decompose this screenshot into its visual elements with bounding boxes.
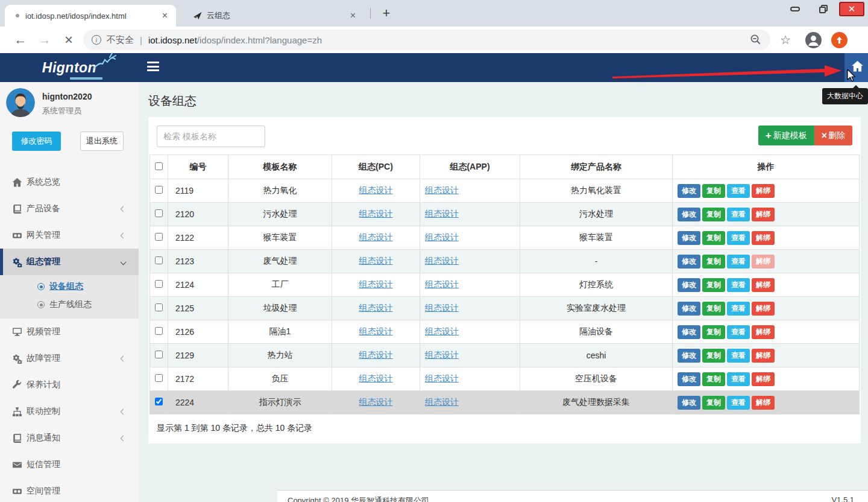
close-button[interactable]: ✕ bbox=[839, 2, 864, 16]
pc-design-link[interactable]: 组态设计 bbox=[359, 256, 393, 265]
browser-profile-avatar[interactable] bbox=[805, 32, 822, 48]
sidebar-item-1[interactable]: 产品设备 bbox=[0, 195, 139, 222]
action-unbind-button[interactable]: 解绑 bbox=[752, 372, 775, 386]
new-tab-button[interactable]: + bbox=[377, 4, 395, 22]
row-checkbox[interactable] bbox=[155, 280, 163, 288]
action-copy-button[interactable]: 复制 bbox=[702, 278, 725, 292]
action-edit-button[interactable]: 修改 bbox=[678, 231, 700, 245]
action-edit-button[interactable]: 修改 bbox=[678, 278, 700, 292]
pc-design-link[interactable]: 组态设计 bbox=[359, 397, 393, 407]
app-design-link[interactable]: 组态设计 bbox=[425, 209, 459, 218]
sidebar-item-10[interactable]: 空间管理 bbox=[0, 478, 139, 502]
sidebar-item-5[interactable]: 故障管理 bbox=[0, 345, 139, 372]
action-copy-button[interactable]: 复制 bbox=[702, 255, 725, 268]
pc-design-link[interactable]: 组态设计 bbox=[359, 185, 393, 195]
pc-design-link[interactable]: 组态设计 bbox=[359, 326, 393, 336]
action-view-button[interactable]: 查看 bbox=[727, 255, 750, 268]
app-design-link[interactable]: 组态设计 bbox=[425, 279, 459, 289]
app-design-link[interactable]: 组态设计 bbox=[425, 303, 459, 313]
app-design-link[interactable]: 组态设计 bbox=[425, 232, 459, 242]
stop-icon[interactable]: × bbox=[57, 31, 81, 48]
action-view-button[interactable]: 查看 bbox=[727, 372, 750, 386]
action-view-button[interactable]: 查看 bbox=[727, 325, 750, 339]
action-copy-button[interactable]: 复制 bbox=[702, 208, 725, 221]
info-icon[interactable]: i bbox=[92, 35, 101, 45]
back-icon[interactable]: ← bbox=[8, 33, 33, 47]
action-view-button[interactable]: 查看 bbox=[727, 184, 750, 198]
action-unbind-button[interactable]: 解绑 bbox=[752, 349, 775, 363]
action-copy-button[interactable]: 复制 bbox=[702, 349, 725, 363]
pc-design-link[interactable]: 组态设计 bbox=[359, 232, 393, 242]
extension-orange-icon[interactable] bbox=[831, 32, 848, 48]
action-unbind-button[interactable]: 解绑 bbox=[752, 396, 775, 410]
delete-button[interactable]: ×删除 bbox=[814, 126, 852, 145]
row-checkbox[interactable] bbox=[155, 186, 163, 194]
action-view-button[interactable]: 查看 bbox=[727, 208, 750, 221]
action-unbind-button[interactable]: 解绑 bbox=[752, 278, 775, 292]
action-unbind-button[interactable]: 解绑 bbox=[752, 184, 775, 198]
action-unbind-button[interactable]: 解绑 bbox=[752, 325, 775, 339]
row-checkbox[interactable] bbox=[155, 351, 163, 358]
browser-tab-active[interactable]: iot.idosp.net/idosp/index.html × bbox=[5, 5, 176, 27]
row-checkbox[interactable] bbox=[155, 256, 163, 264]
app-design-link[interactable]: 组态设计 bbox=[425, 373, 459, 383]
sidebar-subitem[interactable]: 设备组态 bbox=[0, 278, 139, 296]
action-edit-button[interactable]: 修改 bbox=[678, 325, 700, 339]
action-view-button[interactable]: 查看 bbox=[727, 349, 750, 363]
action-view-button[interactable]: 查看 bbox=[727, 396, 750, 410]
sidebar-item-9[interactable]: 短信管理 bbox=[0, 451, 139, 478]
action-edit-button[interactable]: 修改 bbox=[678, 302, 700, 316]
action-view-button[interactable]: 查看 bbox=[727, 231, 750, 245]
sidebar-item-2[interactable]: 网关管理 bbox=[0, 222, 139, 249]
tab-close-icon[interactable]: × bbox=[348, 10, 358, 21]
pc-design-link[interactable]: 组态设计 bbox=[359, 303, 393, 313]
tab-close-icon[interactable]: × bbox=[160, 10, 170, 21]
action-copy-button[interactable]: 复制 bbox=[702, 302, 725, 316]
action-unbind-button[interactable]: 解绑 bbox=[752, 208, 775, 221]
browser-tab-cloud[interactable]: 云组态 × bbox=[188, 5, 363, 27]
big-data-center-home-button[interactable] bbox=[844, 53, 868, 82]
action-copy-button[interactable]: 复制 bbox=[702, 372, 725, 386]
search-input[interactable] bbox=[157, 126, 265, 147]
zoom-out-icon[interactable] bbox=[750, 34, 762, 46]
logout-button[interactable]: 退出系统 bbox=[80, 132, 124, 151]
sidebar-item-4[interactable]: 视频管理 bbox=[0, 319, 139, 345]
sidebar-item-6[interactable]: 保养计划 bbox=[0, 372, 139, 398]
new-template-button[interactable]: +新建模板 bbox=[758, 126, 814, 145]
restore-button[interactable] bbox=[811, 2, 834, 16]
pc-design-link[interactable]: 组态设计 bbox=[359, 373, 393, 383]
sidebar-item-8[interactable]: 消息通知 bbox=[0, 425, 139, 451]
row-checkbox[interactable] bbox=[155, 327, 163, 335]
app-design-link[interactable]: 组态设计 bbox=[425, 397, 459, 407]
address-bar[interactable]: i 不安全 | iot.idosp.net /idosp/index.html?… bbox=[83, 30, 770, 50]
hamburger-icon[interactable] bbox=[147, 62, 159, 74]
action-edit-button[interactable]: 修改 bbox=[678, 372, 700, 386]
pc-design-link[interactable]: 组态设计 bbox=[359, 209, 393, 218]
action-copy-button[interactable]: 复制 bbox=[702, 184, 725, 198]
action-copy-button[interactable]: 复制 bbox=[702, 231, 725, 245]
action-unbind-button[interactable]: 解绑 bbox=[752, 231, 775, 245]
action-unbind-button[interactable]: 解绑 bbox=[752, 302, 775, 316]
action-edit-button[interactable]: 修改 bbox=[678, 255, 700, 268]
app-design-link[interactable]: 组态设计 bbox=[425, 185, 459, 195]
action-edit-button[interactable]: 修改 bbox=[678, 396, 700, 410]
action-edit-button[interactable]: 修改 bbox=[678, 349, 700, 363]
sidebar-item-3[interactable]: 组态管理 bbox=[0, 249, 139, 275]
action-unbind-button[interactable]: 解绑 bbox=[752, 255, 775, 268]
row-checkbox[interactable] bbox=[155, 303, 163, 311]
action-view-button[interactable]: 查看 bbox=[727, 302, 750, 316]
app-design-link[interactable]: 组态设计 bbox=[425, 326, 459, 336]
sidebar-subitem[interactable]: 生产线组态 bbox=[0, 296, 139, 314]
minimize-button[interactable] bbox=[784, 2, 807, 16]
select-all-checkbox[interactable] bbox=[155, 162, 163, 170]
sidebar-item-0[interactable]: 系统总览 bbox=[0, 169, 139, 195]
bookmark-star-icon[interactable]: ☆ bbox=[780, 33, 791, 47]
pc-design-link[interactable]: 组态设计 bbox=[359, 279, 393, 289]
row-checkbox[interactable] bbox=[155, 233, 163, 241]
action-edit-button[interactable]: 修改 bbox=[678, 184, 700, 198]
row-checkbox[interactable] bbox=[155, 374, 163, 382]
sidebar-item-7[interactable]: 联动控制 bbox=[0, 398, 139, 425]
row-checkbox[interactable] bbox=[155, 398, 163, 405]
action-view-button[interactable]: 查看 bbox=[727, 278, 750, 292]
action-copy-button[interactable]: 复制 bbox=[702, 396, 725, 410]
